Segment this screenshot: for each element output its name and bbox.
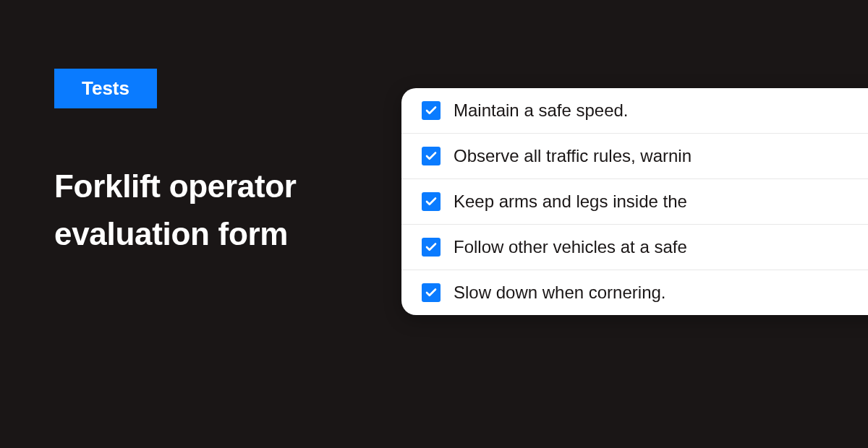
checkbox-checked-icon[interactable] bbox=[422, 192, 441, 211]
checkbox-checked-icon[interactable] bbox=[422, 101, 441, 120]
checkbox-checked-icon[interactable] bbox=[422, 283, 441, 302]
page-title: Forklift operator evaluation form bbox=[54, 163, 401, 258]
left-panel: Tests Forklift operator evaluation form bbox=[0, 0, 401, 448]
checklist-item-label: Follow other vehicles at a safe bbox=[454, 237, 687, 257]
category-badge: Tests bbox=[54, 69, 157, 108]
checklist-item[interactable]: Slow down when cornering. bbox=[401, 270, 868, 315]
checklist-item[interactable]: Maintain a safe speed. bbox=[401, 88, 868, 134]
checklist-item-label: Maintain a safe speed. bbox=[454, 100, 629, 121]
checklist-item-label: Slow down when cornering. bbox=[454, 283, 666, 303]
checkbox-checked-icon[interactable] bbox=[422, 147, 441, 165]
checkbox-checked-icon[interactable] bbox=[422, 238, 441, 257]
main-container: Tests Forklift operator evaluation form … bbox=[0, 0, 868, 448]
badge-label: Tests bbox=[82, 77, 129, 99]
checklist-item[interactable]: Keep arms and legs inside the bbox=[401, 179, 868, 225]
checklist-card: Maintain a safe speed. Observe all traff… bbox=[401, 88, 868, 315]
checklist-item-label: Keep arms and legs inside the bbox=[454, 191, 687, 212]
checklist-item-label: Observe all traffic rules, warnin bbox=[454, 146, 692, 166]
checklist-item[interactable]: Observe all traffic rules, warnin bbox=[401, 134, 868, 179]
checklist-item[interactable]: Follow other vehicles at a safe bbox=[401, 225, 868, 270]
